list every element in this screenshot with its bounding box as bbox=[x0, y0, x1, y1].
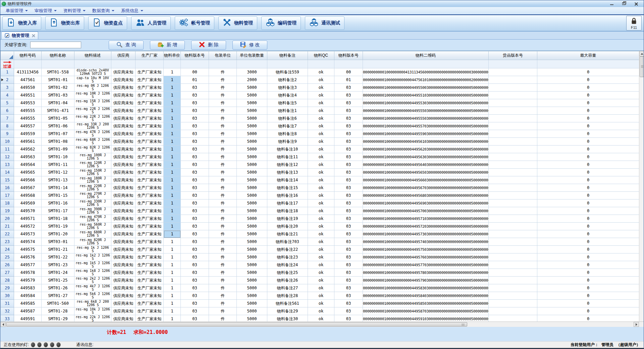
cell-material-version-2[interactable]: 03 bbox=[334, 269, 363, 277]
col-header-manufacturer[interactable]: 生产厂家 bbox=[136, 51, 164, 60]
cell-supplier[interactable]: 供应商未知 bbox=[111, 253, 136, 261]
cell-material-remark[interactable]: 物料备注559 bbox=[267, 68, 308, 76]
cell-material-name[interactable]: SMT01-01 bbox=[42, 76, 74, 84]
cell-max-capacity[interactable]: 0 bbox=[537, 246, 639, 253]
cell-package-unit[interactable]: 件 bbox=[209, 115, 237, 122]
cell-material-qc[interactable]: ok bbox=[308, 130, 334, 138]
cell-supplier[interactable]: 供应商未知 bbox=[111, 199, 136, 207]
cell-max-capacity[interactable]: 0 bbox=[537, 223, 639, 230]
cell-material-desc[interactable]: res-mg 680R J 1206 S bbox=[74, 230, 111, 238]
cell-manufacturer[interactable]: 生产厂家未知 bbox=[136, 269, 164, 277]
filter-cell-package-qty[interactable] bbox=[237, 60, 267, 68]
cell-manufacturer[interactable]: 生产厂家未知 bbox=[136, 230, 164, 238]
cell-package-unit[interactable]: 件 bbox=[209, 207, 237, 215]
cell-material-desc[interactable]: res-mg 15R J 1206 S bbox=[74, 99, 111, 107]
cell-material-qrcode[interactable]: 0000000000100000000000044956103000000000… bbox=[363, 138, 489, 146]
cell-material-qc[interactable]: ok bbox=[308, 253, 334, 261]
cell-package-qty[interactable]: 5000 bbox=[237, 223, 267, 230]
cell-material-version-2[interactable]: 03 bbox=[334, 92, 363, 99]
cell-material-version[interactable]: 03 bbox=[181, 169, 209, 176]
cell-package-qty[interactable]: 5000 bbox=[237, 215, 267, 223]
cell-material-qrcode[interactable]: 0000000000100000000000044957203000000000… bbox=[363, 223, 489, 230]
menu-item-0[interactable]: 单据管理 bbox=[2, 7, 31, 14]
cell-supplier[interactable]: 供应商未知 bbox=[111, 238, 136, 246]
cell-material-code[interactable]: 449573 bbox=[14, 230, 42, 238]
filter-cell-unit-price[interactable] bbox=[164, 60, 181, 68]
cell-material-remark[interactable]: 物料备注23 bbox=[267, 253, 308, 261]
row-number[interactable]: 3 bbox=[1, 84, 14, 92]
cell-goods-version[interactable] bbox=[489, 115, 537, 122]
cell-material-version[interactable]: 03 bbox=[181, 161, 209, 169]
cell-material-remark[interactable]: 物料备注3 bbox=[267, 84, 308, 92]
cell-unit-price[interactable]: 1 bbox=[164, 307, 181, 315]
cell-material-desc[interactable]: res-mg 47R J 1206 S bbox=[74, 130, 111, 138]
cell-material-qc[interactable]: ok bbox=[308, 138, 334, 146]
cell-goods-version[interactable] bbox=[489, 269, 537, 277]
cell-material-qrcode[interactable]: 0000000000100000000000044955503000000000… bbox=[363, 115, 489, 122]
cell-material-qc[interactable]: ok bbox=[308, 307, 334, 315]
cell-material-version-2[interactable]: 03 bbox=[334, 122, 363, 130]
cell-supplier[interactable]: 供应商未知 bbox=[111, 223, 136, 230]
cell-package-unit[interactable]: 件 bbox=[209, 230, 237, 238]
cell-unit-price[interactable]: 1 bbox=[164, 176, 181, 184]
cell-material-remark[interactable]: 物料备注1 bbox=[267, 107, 308, 115]
cell-material-name[interactable]: SMT01-27 bbox=[42, 292, 74, 300]
cell-material-name[interactable]: SMT01-16 bbox=[42, 199, 74, 207]
cell-manufacturer[interactable]: 生产厂家未知 bbox=[136, 300, 164, 307]
cell-max-capacity[interactable]: 0 bbox=[537, 153, 639, 161]
cell-package-qty[interactable]: 5000 bbox=[237, 92, 267, 99]
cell-max-capacity[interactable]: 0 bbox=[537, 192, 639, 199]
row-number[interactable]: 28 bbox=[1, 277, 14, 284]
material-out-button[interactable]: 物资出库 bbox=[45, 16, 84, 30]
row-number[interactable]: 6 bbox=[1, 107, 14, 115]
cell-material-code[interactable]: 449569 bbox=[14, 199, 42, 207]
cell-material-version-2[interactable]: 03 bbox=[334, 107, 363, 115]
cell-max-capacity[interactable]: 0 bbox=[537, 207, 639, 215]
cell-material-code[interactable]: 449587 bbox=[14, 307, 42, 315]
cell-package-qty[interactable]: 5000 bbox=[237, 99, 267, 107]
cell-max-capacity[interactable]: 0 bbox=[537, 215, 639, 223]
cell-manufacturer[interactable]: 生产厂家未知 bbox=[136, 215, 164, 223]
cell-material-qrcode[interactable]: 0000000000100000000000044957903000000000… bbox=[363, 277, 489, 284]
scroll-right-arrow-icon[interactable] bbox=[634, 322, 639, 327]
cell-unit-price[interactable]: 1 bbox=[164, 92, 181, 99]
col-header-material-desc[interactable]: 物料描述 bbox=[74, 51, 111, 60]
cell-material-qc[interactable]: ok bbox=[308, 269, 334, 277]
filter-cell-material-name[interactable] bbox=[42, 60, 74, 68]
cell-package-unit[interactable]: 件 bbox=[209, 246, 237, 253]
cell-material-code[interactable]: 449563 bbox=[14, 153, 42, 161]
cell-goods-version[interactable] bbox=[489, 68, 537, 76]
cell-goods-version[interactable] bbox=[489, 277, 537, 284]
cell-material-code[interactable]: 449574 bbox=[14, 238, 42, 246]
cell-material-qrcode[interactable]: 0000000000100000000000044955503000000000… bbox=[363, 107, 489, 115]
cell-material-desc[interactable]: res-mg 22R J 1206 S bbox=[74, 107, 111, 115]
cell-material-code[interactable]: 449570 bbox=[14, 207, 42, 215]
cell-material-name[interactable]: SMT01-560 bbox=[42, 300, 74, 307]
cell-supplier[interactable]: 供应商未知 bbox=[111, 269, 136, 277]
cell-material-name[interactable]: SMT01-07 bbox=[42, 130, 74, 138]
cell-goods-version[interactable] bbox=[489, 230, 537, 238]
cell-material-version-2[interactable]: 03 bbox=[334, 138, 363, 146]
cell-material-name[interactable]: SMT01-22 bbox=[42, 253, 74, 261]
row-number[interactable]: 32 bbox=[1, 307, 14, 315]
cell-material-version-2[interactable]: 03 bbox=[334, 161, 363, 169]
cell-material-code[interactable]: 449555 bbox=[14, 115, 42, 122]
cell-material-code[interactable]: 449579 bbox=[14, 277, 42, 284]
scroll-up-arrow-icon[interactable] bbox=[639, 51, 644, 56]
cell-material-version-2[interactable]: 03 bbox=[334, 277, 363, 284]
material-management-button[interactable]: 物料管理 bbox=[218, 16, 257, 30]
cell-material-qc[interactable]: ok bbox=[308, 223, 334, 230]
cell-unit-price[interactable]: 1 bbox=[164, 300, 181, 307]
cell-max-capacity[interactable]: 0 bbox=[537, 199, 639, 207]
cell-material-desc[interactable]: res-mg 0R J 1206 S bbox=[74, 84, 111, 92]
cell-material-desc[interactable]: res-mg 150R J 1206 S bbox=[74, 169, 111, 176]
cell-package-qty[interactable]: 5000 bbox=[237, 138, 267, 146]
cell-unit-price[interactable]: 1 bbox=[164, 269, 181, 277]
cell-material-version[interactable]: 03 bbox=[181, 130, 209, 138]
cell-material-desc[interactable]: res-mg 100R J 1206 S bbox=[74, 153, 111, 161]
menu-item-4[interactable]: 系统信息 bbox=[118, 7, 147, 14]
cell-material-version-2[interactable]: 03 bbox=[334, 153, 363, 161]
cell-material-name[interactable]: SMT01-19 bbox=[42, 223, 74, 230]
cell-goods-version[interactable] bbox=[489, 92, 537, 99]
cell-material-desc[interactable]: diode-scho 2x40V 120mA SOT23 S bbox=[74, 68, 111, 76]
